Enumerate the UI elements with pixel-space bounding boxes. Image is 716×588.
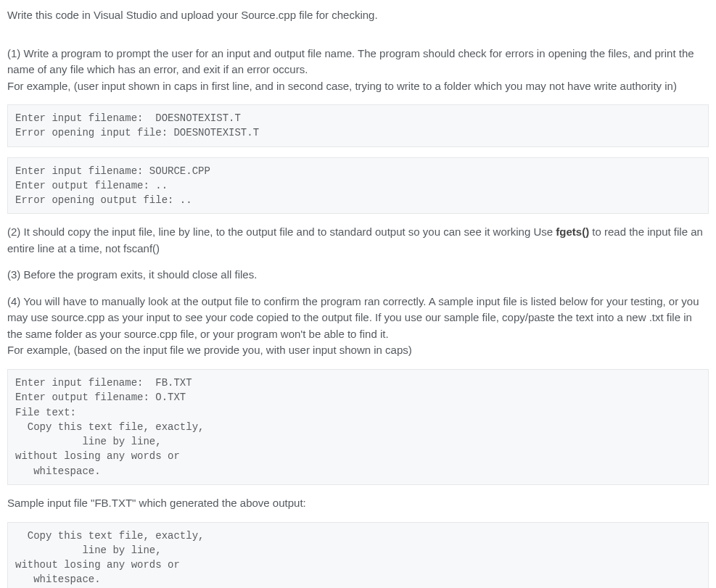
code-block-4: Copy this text file, exactly, line by li… <box>7 522 709 588</box>
intro-paragraph: Write this code in Visual Studio and upl… <box>7 7 709 24</box>
part1-text-b: For example, (user input shown in caps i… <box>7 80 677 92</box>
part1-paragraph: (1) Write a program to prompt the user f… <box>7 46 709 95</box>
part4-text-b: For example, (based on the input file we… <box>7 344 412 356</box>
code-block-2: Enter input filename: SOURCE.CPP Enter o… <box>7 157 709 215</box>
code-block-3: Enter input filename: FB.TXT Enter outpu… <box>7 369 709 485</box>
part3-paragraph: (3) Before the program exits, it should … <box>7 267 709 283</box>
part2-prefix: (2) It should copy the input file, line … <box>7 225 556 238</box>
code-block-1: Enter input filename: DOESNOTEXIST.T Err… <box>7 104 709 147</box>
part1-text-a: (1) Write a program to prompt the user f… <box>7 47 694 76</box>
part2-bold: fgets() <box>556 225 589 238</box>
part4-paragraph: (4) You will have to manually look at th… <box>7 294 709 359</box>
part4-text-a: (4) You will have to manually look at th… <box>7 295 699 340</box>
sample-label: Sample input file "FB.TXT" which generat… <box>7 495 709 512</box>
part2-paragraph: (2) It should copy the input file, line … <box>7 224 709 257</box>
